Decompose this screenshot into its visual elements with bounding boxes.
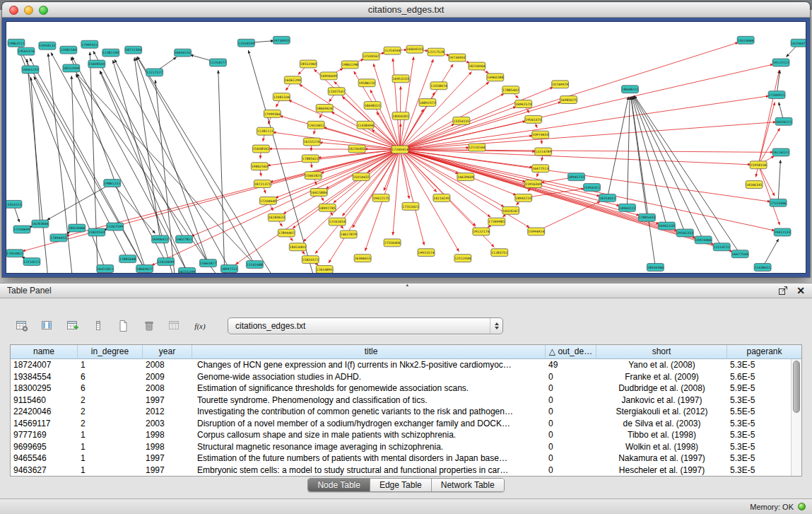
node[interactable]: 15958104 — [750, 161, 767, 169]
edge[interactable] — [136, 57, 208, 263]
node[interactable]: 17894407 — [278, 229, 295, 237]
node[interactable]: 19565333 — [676, 229, 693, 237]
node[interactable]: 14627811 — [176, 235, 193, 243]
node[interactable]: 16906411 — [152, 235, 169, 243]
create-column-button[interactable] — [62, 317, 83, 335]
edge[interactable] — [353, 149, 400, 228]
cell-out-degree[interactable]: 49 — [546, 359, 596, 371]
cell-title[interactable]: Estimation of the future numbers of pati… — [192, 452, 546, 465]
cell-in-degree[interactable]: 1 — [78, 452, 143, 465]
cell-name[interactable]: 9115460 — [11, 395, 78, 407]
cell-short[interactable]: Jankovic et al. (1997) — [596, 395, 727, 407]
cell-pagerank[interactable]: 5.3E-5 — [727, 429, 791, 441]
node[interactable]: 19122174 — [473, 228, 490, 235]
node[interactable]: 17349911 — [768, 91, 785, 99]
node[interactable]: 18997785 — [319, 204, 336, 211]
node[interactable]: 15994924 — [528, 228, 545, 235]
cell-title[interactable]: Structural magnetic resonance image aver… — [192, 441, 546, 453]
node[interactable]: 12214789 — [535, 148, 552, 156]
node[interactable]: 12610651 — [307, 121, 324, 129]
node[interactable]: 16477513 — [532, 165, 549, 173]
node[interactable]: 16283623 — [268, 214, 285, 221]
node[interactable]: 19861222 — [104, 180, 121, 187]
cell-title[interactable]: Investigating the contribution of common… — [192, 406, 546, 418]
node[interactable]: 12217528 — [428, 48, 445, 56]
node[interactable]: 15956349 — [525, 180, 542, 188]
node[interactable]: 17885402 — [502, 86, 519, 94]
node[interactable]: 17553421 — [402, 202, 419, 210]
edge[interactable] — [400, 122, 776, 150]
edge[interactable] — [400, 149, 640, 215]
edge[interactable] — [400, 107, 516, 150]
node[interactable]: 11058474 — [430, 82, 447, 90]
node[interactable]: 12512044 — [454, 255, 471, 262]
table-row[interactable]: 1938455462009Genome-wide association stu… — [11, 371, 791, 383]
cell-short[interactable]: Nakamura et al. (1997) — [596, 452, 727, 465]
float-panel-icon[interactable] — [778, 286, 788, 296]
node[interactable]: 18004366 — [647, 264, 664, 271]
node[interactable]: 12081504 — [273, 93, 290, 101]
table-options-button[interactable] — [11, 317, 32, 335]
cell-pagerank[interactable]: 5.6E-5 — [727, 371, 791, 383]
node[interactable]: 17885433 — [638, 214, 655, 221]
node[interactable]: 11254544 — [384, 47, 401, 54]
node[interactable]: 16256402 — [348, 145, 365, 153]
cell-pagerank[interactable]: 5.3E-5 — [727, 452, 791, 465]
node[interactable]: 17556406 — [384, 239, 401, 247]
edge[interactable] — [400, 149, 459, 173]
edge[interactable] — [607, 97, 628, 198]
close-button[interactable] — [9, 6, 18, 15]
node[interactable]: 18414403 — [289, 243, 306, 251]
edge[interactable] — [93, 51, 208, 263]
node[interactable]: 12610699 — [158, 258, 175, 266]
cell-name[interactable]: 14569117 — [11, 418, 78, 430]
cell-short[interactable]: Franke et al. (2009) — [596, 371, 727, 383]
node[interactable]: 17204640 — [259, 197, 276, 204]
cell-year[interactable]: 2003 — [143, 418, 192, 430]
tab-network-table[interactable]: Network Table — [431, 479, 504, 491]
node[interactable]: 17654822 — [6, 250, 23, 257]
node[interactable]: 12217577 — [146, 69, 163, 76]
table-row[interactable]: 946554611997Estimation of the future num… — [11, 452, 791, 465]
node[interactable]: 19586110 — [358, 79, 375, 87]
node[interactable]: 16061233 — [22, 66, 39, 74]
node[interactable]: 15608500 — [88, 60, 105, 68]
edge[interactable] — [631, 97, 655, 267]
edge[interactable] — [758, 165, 779, 225]
node[interactable]: 12214722 — [713, 243, 730, 251]
node[interactable]: 15820533 — [88, 228, 105, 236]
node[interactable]: 17204699 — [13, 226, 30, 233]
node[interactable]: 18254011 — [599, 194, 616, 201]
cell-title[interactable]: Corpus callosum shape and size in male p… — [192, 429, 546, 441]
node[interactable]: 16983075 — [560, 96, 577, 104]
table-row[interactable]: 946362711997Embryonic stem cells: a mode… — [11, 465, 791, 477]
edge[interactable] — [100, 71, 184, 239]
cell-out-degree[interactable]: 0 — [546, 429, 596, 441]
edge[interactable] — [76, 74, 225, 274]
node[interactable]: 13354155 — [6, 200, 22, 208]
node[interactable]: 16116195 — [433, 194, 450, 201]
node[interactable]: 13354101 — [453, 117, 470, 124]
cell-short[interactable]: Dudbridge et al. (2008) — [596, 382, 727, 395]
close-panel-icon[interactable]: ✕ — [796, 286, 805, 296]
cell-pagerank[interactable]: 5.5E-5 — [727, 406, 791, 418]
cell-out-degree[interactable]: 0 — [546, 371, 596, 383]
node[interactable]: 16283666 — [32, 220, 49, 228]
network-selector[interactable]: citations_edges.txt — [228, 317, 503, 334]
node[interactable]: 12110111 — [23, 258, 40, 266]
edge[interactable] — [283, 149, 400, 214]
node[interactable]: 11007547 — [328, 88, 345, 95]
node[interactable]: 18945720 — [515, 194, 532, 201]
tab-node-table[interactable]: Node Table — [308, 479, 370, 491]
cell-short[interactable]: de Silva et al. (2003) — [596, 418, 727, 430]
cell-pagerank[interactable]: 5.3E-5 — [727, 465, 791, 477]
node[interactable]: 10974433 — [532, 131, 549, 139]
cell-in-degree[interactable]: 6 — [78, 371, 143, 383]
node[interactable]: 18552060 — [300, 60, 317, 68]
edge[interactable] — [152, 149, 400, 265]
cell-title[interactable]: Disruption of a novel member of a sodium… — [192, 418, 546, 430]
cell-name[interactable]: 19384554 — [11, 371, 78, 383]
cell-name[interactable]: 9463627 — [11, 465, 78, 477]
panel-drag-handle[interactable]: ▴ — [406, 282, 409, 288]
node[interactable]: 19734903 — [449, 54, 466, 62]
